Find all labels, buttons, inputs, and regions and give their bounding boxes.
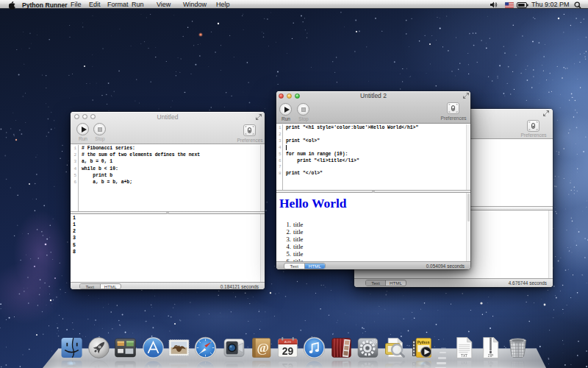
svg-text:ZIP: ZIP [488, 354, 493, 358]
svg-text:Python: Python [417, 341, 430, 344]
svg-text:AUG: AUG [284, 340, 292, 344]
svg-text:@: @ [257, 340, 268, 355]
svg-text:TXT: TXT [461, 354, 467, 358]
svg-text:29: 29 [282, 345, 294, 357]
